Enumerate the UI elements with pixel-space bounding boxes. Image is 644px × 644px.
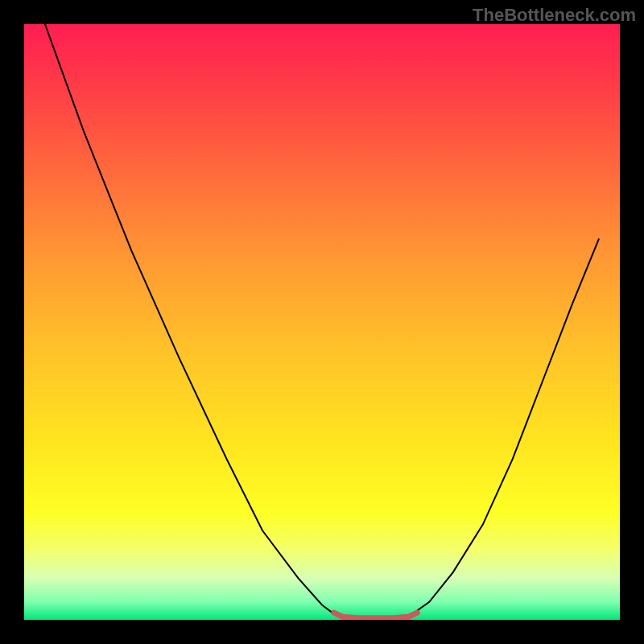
chart-container: TheBottleneck.com [0, 0, 644, 644]
highlighted-segment [334, 613, 418, 618]
left-curve [45, 24, 343, 617]
watermark-text: TheBottleneck.com [473, 5, 636, 26]
curve-overlay [24, 24, 620, 620]
right-curve [408, 238, 599, 617]
plot-area [24, 24, 620, 620]
